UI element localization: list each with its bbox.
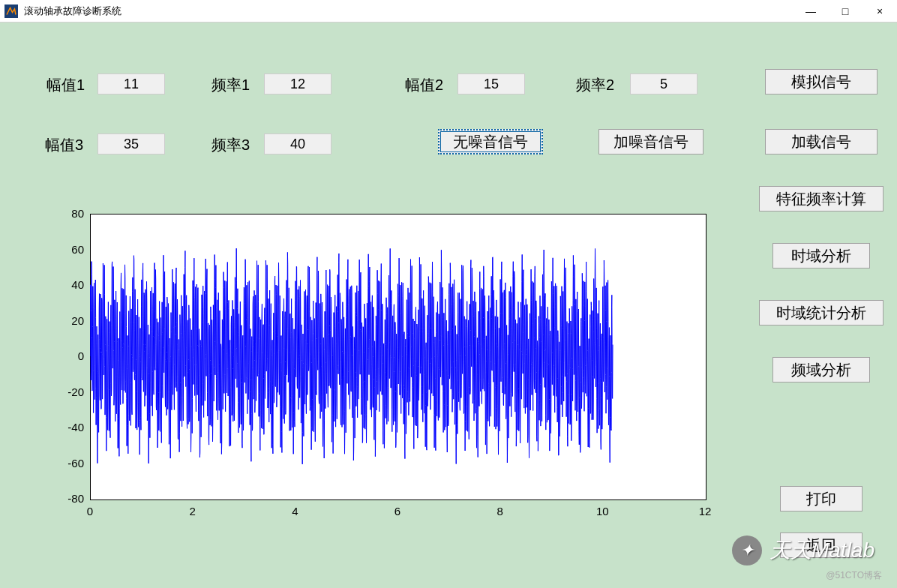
window-controls: — □ × <box>794 0 897 22</box>
x-tick: 4 <box>284 505 306 518</box>
y-tick: 40 <box>45 278 84 291</box>
freq2-label: 频率2 <box>576 75 614 95</box>
freq3-label: 频率3 <box>212 135 250 155</box>
y-tick: 80 <box>45 207 84 220</box>
close-button[interactable]: × <box>862 0 897 22</box>
freq3-input[interactable] <box>264 134 332 154</box>
amp2-label: 幅值2 <box>405 75 443 95</box>
wechat-icon: ✦ <box>732 536 762 566</box>
print-button[interactable]: 打印 <box>780 486 862 512</box>
x-tick: 6 <box>386 505 409 518</box>
matlab-icon <box>4 4 18 18</box>
freq2-input[interactable] <box>630 74 698 94</box>
amp1-input[interactable] <box>98 74 165 94</box>
y-tick: 60 <box>45 243 84 256</box>
y-tick: -60 <box>45 457 84 470</box>
watermark-text: 天天Matlab <box>770 536 874 565</box>
window-title: 滚动轴承故障诊断系统 <box>24 0 122 22</box>
y-tick: -40 <box>45 421 84 434</box>
x-tick: 10 <box>591 505 614 518</box>
freq1-label: 频率1 <box>212 75 250 95</box>
amp3-input[interactable] <box>98 134 165 154</box>
no-noise-button[interactable]: 无噪音信号 <box>438 129 543 154</box>
axes: -80-60-40-20020406080024681012 <box>45 199 735 532</box>
feature-freq-button[interactable]: 特征频率计算 <box>759 186 884 212</box>
maximize-button[interactable]: □ <box>828 0 862 22</box>
y-tick: -20 <box>45 386 84 398</box>
amp1-label: 幅值1 <box>46 75 85 95</box>
freq1-input[interactable] <box>264 74 332 94</box>
simulate-button[interactable]: 模拟信号 <box>765 69 878 94</box>
time-analysis-button[interactable]: 时域分析 <box>772 243 870 268</box>
y-tick: 0 <box>45 350 84 362</box>
client-area: 幅值1 频率1 幅值2 频率2 幅值3 频率3 无噪音信号 加噪音信号 模拟信号… <box>0 22 897 588</box>
x-tick: 2 <box>182 505 204 518</box>
x-tick: 0 <box>79 505 101 518</box>
x-tick: 12 <box>694 505 716 518</box>
freq-analysis-button[interactable]: 频域分析 <box>772 357 870 382</box>
minimize-button[interactable]: — <box>794 0 828 22</box>
add-noise-button[interactable]: 加噪音信号 <box>598 129 704 154</box>
signal-line <box>90 214 705 499</box>
amp3-label: 幅值3 <box>45 135 83 155</box>
amp2-input[interactable] <box>458 74 525 94</box>
y-tick: 20 <box>45 314 84 327</box>
x-tick: 8 <box>489 505 512 518</box>
y-tick: -80 <box>45 492 84 505</box>
time-stats-button[interactable]: 时域统计分析 <box>759 300 884 326</box>
titlebar: 滚动轴承故障诊断系统 — □ × <box>0 0 897 22</box>
footer-watermark: @51CTO博客 <box>826 569 882 582</box>
watermark: ✦ 天天Matlab <box>732 536 874 566</box>
load-button[interactable]: 加载信号 <box>765 129 878 154</box>
